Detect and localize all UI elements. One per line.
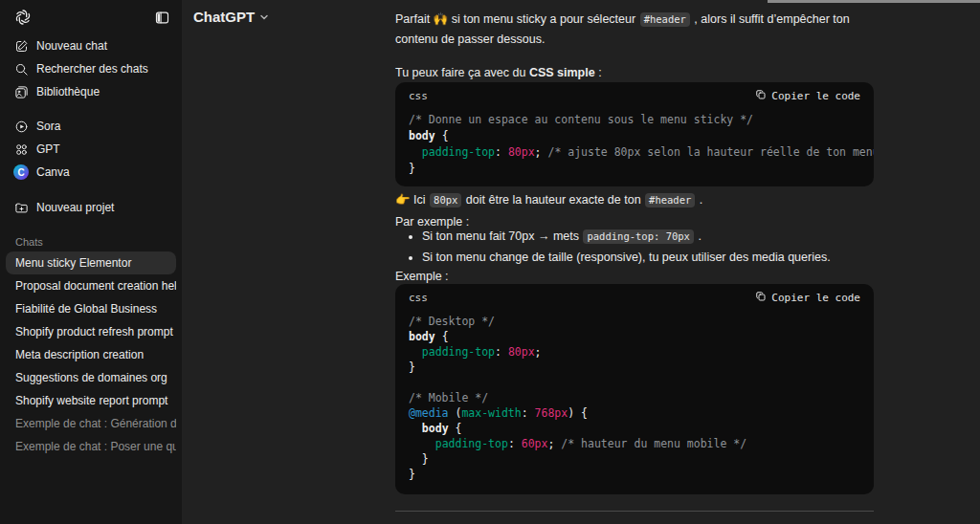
chat-item-meta-description[interactable]: Meta description creation [6, 343, 176, 366]
sora-icon [13, 119, 29, 134]
library-icon [13, 84, 29, 99]
raising-hands-emoji: 🙌 [434, 12, 449, 26]
code-language-label: css [409, 90, 428, 102]
code-content: /* Desktop */body { padding-top: 80px;} … [395, 308, 874, 491]
chat-item-fiabilite-global-business[interactable]: Fiabilité de Global Business [6, 297, 176, 320]
sidebar-item-search-chats[interactable]: Rechercher des chats [6, 57, 176, 80]
sidebar-item-label: Sora [36, 120, 60, 133]
sidebar-item-new-project[interactable]: Nouveau projet [6, 196, 176, 219]
inline-code-padding-top: padding-top: 70px [583, 229, 693, 244]
bullet-list: Si ton menu fait 70px → mets padding-top… [395, 226, 874, 268]
chat-item-suggestions-domaines[interactable]: Suggestions de domaines org [6, 366, 176, 389]
chats-section-label: Chats [0, 236, 182, 250]
code-block-header: css Copier le code [395, 82, 874, 106]
sidebar-item-label: Rechercher des chats [36, 62, 148, 76]
main-area: ChatGPT Parfait 🙌 si ton menu sticky a p… [182, 0, 980, 524]
new-chat-icon [13, 38, 29, 54]
code-block-css-2: css Copier le code /* Desktop */body { p… [395, 284, 874, 494]
code-block-header: css Copier le code [395, 284, 874, 308]
canva-icon: C [13, 164, 29, 180]
inline-code-80px: 80px [430, 193, 461, 207]
inline-code-header: #header [645, 193, 695, 207]
assistant-message: Parfait 🙌 si ton menu sticky a pour séle… [395, 0, 874, 524]
sidebar-project: Nouveau projet [0, 196, 182, 219]
openai-logo-icon [13, 8, 33, 31]
sidebar-item-canva[interactable]: C Canva [6, 161, 176, 184]
search-icon [13, 61, 29, 76]
copy-icon [755, 89, 767, 103]
code-language-label: css [409, 292, 428, 304]
new-project-folder-icon [13, 200, 29, 215]
code-content: /* Donne un espace au contenu sous le me… [395, 106, 874, 186]
chat-item-exemple-generation-images[interactable]: Exemple de chat : Génération d’images [6, 412, 176, 435]
paragraph-note: 👉 Ici 80px doit être la hauteur exacte d… [395, 190, 874, 210]
sidebar-item-label: Canva [36, 165, 70, 179]
message-divider [395, 511, 874, 512]
sidebar-toggle-icon[interactable] [154, 10, 170, 30]
chat-item-shopify-website-report[interactable]: Shopify website report prompt [6, 389, 176, 412]
paragraph-css-simple: Tu peux faire ça avec du CSS simple : [395, 63, 874, 83]
sidebar-item-library[interactable]: Bibliothèque [6, 80, 176, 103]
copy-icon [755, 291, 767, 305]
sidebar-item-sora[interactable]: Sora [6, 115, 176, 138]
sidebar-header [0, 0, 182, 34]
code-block-css-1: css Copier le code /* Donne un espace au… [395, 82, 874, 186]
horizontal-scrollbar[interactable] [768, 0, 980, 3]
bullet-item-1: Si ton menu fait 70px → mets padding-top… [422, 226, 874, 247]
sidebar-item-label: Bibliothèque [36, 85, 100, 98]
chevron-down-icon [259, 9, 269, 25]
sidebar-apps: Sora GPT C Canva [0, 115, 182, 184]
paragraph-intro: Parfait 🙌 si ton menu sticky a pour séle… [395, 10, 874, 50]
inline-code-header: #header [640, 12, 690, 27]
pointing-right-emoji: 👉 [395, 193, 411, 207]
model-label: ChatGPT [193, 9, 255, 25]
chat-item-shopify-product-refresh[interactable]: Shopify product refresh prompt [6, 320, 176, 343]
sidebar-item-new-chat[interactable]: Nouveau chat [6, 34, 176, 57]
sidebar-item-label: Nouveau projet [36, 201, 114, 214]
chat-item-menu-sticky-elementor[interactable]: Menu sticky Elementor [6, 251, 176, 274]
gpts-grid-icon [13, 142, 29, 157]
chat-history-list: Menu sticky Elementor Proposal document … [0, 251, 182, 458]
copy-code-button[interactable]: Copier le code [755, 291, 860, 305]
bullet-item-2: Si ton menu change de taille (responsive… [422, 247, 874, 268]
copy-code-button[interactable]: Copier le code [755, 89, 860, 103]
model-switcher[interactable]: ChatGPT [193, 9, 269, 25]
sidebar-item-label: Nouveau chat [36, 39, 107, 53]
chat-item-exemple-poser-question[interactable]: Exemple de chat : Poser une question [6, 435, 176, 458]
sidebar-item-gpt[interactable]: GPT [6, 138, 176, 161]
sidebar-nav: Nouveau chat Rechercher des chats Biblio… [0, 34, 182, 103]
chat-item-proposal-document[interactable]: Proposal document creation help [6, 274, 176, 297]
sidebar: Nouveau chat Rechercher des chats Biblio… [0, 0, 182, 524]
sidebar-item-label: GPT [36, 142, 60, 156]
